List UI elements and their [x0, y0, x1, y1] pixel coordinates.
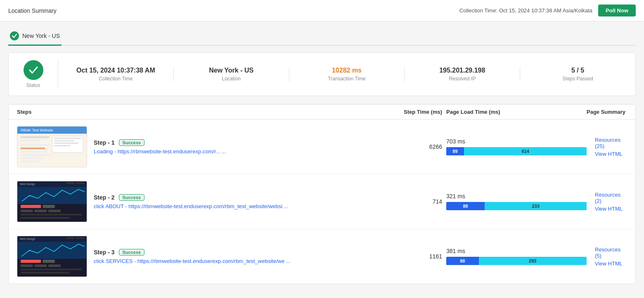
table-row: RBMK Test Website Step - 1 Success Loadi…	[9, 120, 635, 174]
svg-rect-26	[48, 210, 61, 212]
page-load-cell: 381 ms 88 293	[446, 248, 587, 265]
step-cell-main: RBMK Test Website Step - 1 Success Loadi…	[17, 126, 388, 167]
page-load-cell: 703 ms 89 614	[446, 138, 587, 155]
svg-rect-39	[48, 265, 61, 267]
poll-now-button[interactable]: Poll Now	[598, 5, 636, 16]
load-bar: 89 614	[446, 147, 587, 155]
summary-collection-time-cell: Oct 15, 2024 10:37:38 AM Collection Time	[58, 67, 174, 82]
page-load-ms: 381 ms	[446, 248, 587, 254]
svg-rect-24	[21, 210, 33, 212]
summary-status-cell: Status	[9, 60, 58, 88]
resolved-ip-value: 195.201.29.198	[439, 67, 485, 74]
svg-rect-3	[21, 136, 49, 138]
svg-rect-23	[43, 205, 55, 208]
load-bar: 88 233	[446, 202, 587, 210]
step-number: Step - 3	[94, 249, 115, 256]
bar-dark: 89	[446, 147, 464, 155]
collection-time-value: Oct 15, 2024 10:37:38 AM	[76, 67, 155, 74]
svg-rect-20	[76, 183, 84, 184]
status-badge: Success	[119, 249, 145, 256]
tab-status-icon	[10, 31, 19, 40]
location-label: Location	[222, 76, 241, 82]
view-html-link[interactable]: View HTML	[595, 260, 627, 267]
header-steps: Steps	[17, 109, 388, 115]
bar-light: 614	[464, 147, 587, 155]
page-title: Location Summary	[8, 7, 57, 14]
steps-table-header: Steps Step Time (ms) Page Load Time (ms)…	[9, 105, 635, 120]
step-thumbnail: RBMK Test Website	[17, 126, 87, 167]
load-bar: 88 293	[446, 257, 587, 265]
step-info: Step - 2 Success click ABOUT - https://r…	[94, 194, 289, 209]
location-tab[interactable]: New York - US	[8, 28, 62, 46]
svg-rect-40	[21, 269, 82, 270]
step-thumbnail: Web Design	[17, 181, 87, 222]
resolved-ip-label: Resolved IP	[449, 76, 476, 82]
svg-text:Web Design: Web Design	[20, 237, 36, 241]
bar-light: 233	[485, 202, 587, 210]
svg-rect-13	[21, 154, 49, 156]
table-row: Web Design Step - 3 Success click SERVIC…	[9, 229, 635, 284]
step-cell-main: Web Design Step - 3 Success click SERVIC…	[17, 236, 388, 277]
steps-passed-value: 5 / 5	[571, 67, 584, 74]
step-info: Step - 1 Success Loading - https://rbmwe…	[94, 139, 226, 155]
location-value: New York - US	[209, 67, 253, 74]
svg-rect-14	[21, 157, 43, 159]
step-number: Step - 1	[94, 139, 115, 146]
svg-rect-10	[21, 144, 49, 146]
svg-rect-38	[35, 265, 47, 267]
view-html-link[interactable]: View HTML	[595, 206, 627, 212]
view-html-link[interactable]: View HTML	[595, 151, 627, 157]
svg-rect-4	[21, 140, 41, 141]
resources-link[interactable]: Resources (25)	[595, 137, 627, 149]
svg-rect-36	[43, 260, 55, 263]
step-cell-main: Web Design Step - 2 Success click ABOUT …	[17, 181, 388, 222]
svg-rect-22	[21, 205, 41, 208]
page-summary-cell: Resources (25) View HTML	[587, 137, 627, 157]
steps-passed-label: Steps Passed	[563, 76, 593, 82]
svg-rect-33	[76, 237, 84, 239]
svg-rect-8	[54, 143, 78, 144]
svg-rect-37	[21, 265, 33, 267]
page-load-ms: 703 ms	[446, 138, 587, 145]
bar-dark: 88	[446, 202, 485, 210]
svg-rect-12	[21, 151, 47, 153]
svg-rect-28	[21, 217, 70, 219]
summary-card: Status Oct 15, 2024 10:37:38 AM Collecti…	[8, 52, 636, 96]
summary-location-cell: New York - US Location	[174, 67, 289, 82]
page-load-cell: 321 ms 88 233	[446, 193, 587, 210]
transaction-time-value: 10282 ms	[332, 67, 362, 74]
svg-rect-11	[21, 148, 45, 149]
summary-steps-passed-cell: 5 / 5 Steps Passed	[520, 67, 635, 82]
svg-rect-7	[54, 140, 74, 141]
step-number: Step - 2	[94, 194, 115, 201]
status-badge: Success	[119, 139, 145, 146]
resources-link[interactable]: Resources (5)	[595, 246, 627, 259]
page-summary-cell: Resources (2) View HTML	[587, 192, 627, 212]
status-icon	[24, 60, 43, 80]
svg-text:RBMK Test Website: RBMK Test Website	[21, 128, 53, 132]
svg-rect-19	[66, 183, 75, 184]
step-time: 1161	[388, 253, 446, 260]
step-url[interactable]: Loading - https://rbmwebsite-test.enduse…	[94, 148, 226, 155]
step-url[interactable]: click SERVICES - https://rbmwebsite-test…	[94, 258, 291, 264]
svg-rect-32	[66, 237, 75, 239]
svg-rect-9	[54, 145, 71, 146]
status-label: Status	[26, 82, 40, 88]
svg-rect-35	[21, 260, 41, 263]
svg-text:Web Design: Web Design	[20, 183, 36, 186]
summary-resolved-ip-cell: 195.201.29.198 Resolved IP	[405, 67, 520, 82]
steps-table: Steps Step Time (ms) Page Load Time (ms)…	[8, 104, 636, 284]
page-load-ms: 321 ms	[446, 193, 587, 199]
bar-light: 293	[479, 257, 587, 265]
summary-transaction-time-cell: 10282 ms Transaction Time	[289, 67, 405, 82]
svg-rect-15	[21, 161, 39, 162]
collection-time-display: Collection Time: Oct 15, 2024 10:37:38 A…	[459, 7, 592, 14]
page-summary-cell: Resources (5) View HTML	[587, 246, 627, 267]
step-url[interactable]: click ABOUT - https://rbmwebsite-test.en…	[94, 203, 289, 209]
svg-rect-27	[21, 214, 82, 216]
tab-location-name: New York - US	[22, 33, 60, 39]
svg-rect-41	[21, 272, 70, 274]
table-row: Web Design Step - 2 Success click ABOUT …	[9, 174, 635, 229]
resources-link[interactable]: Resources (2)	[595, 192, 627, 204]
transaction-time-label: Transaction Time	[328, 76, 366, 82]
